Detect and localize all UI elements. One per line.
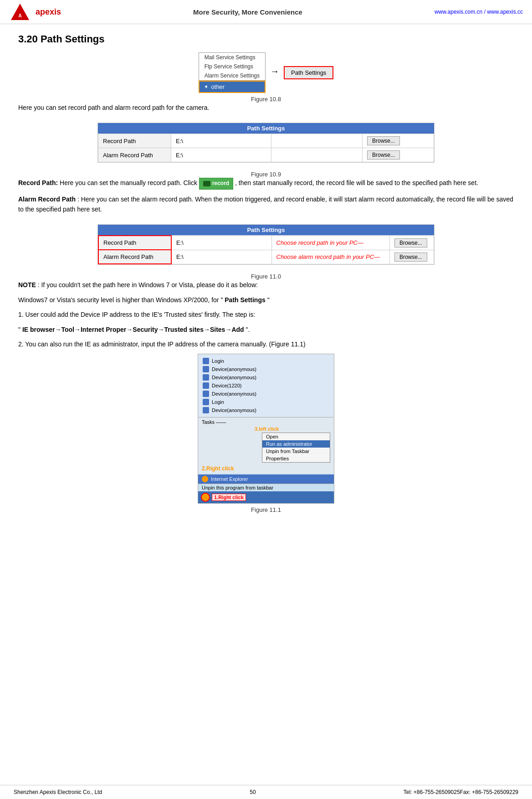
left-click-label: 3.left click [255, 426, 279, 432]
table-row: Record Path E:\ Choose record path in yo… [98, 236, 434, 250]
browse-btn-cell-2: Browse... [389, 250, 434, 264]
browse-btn-cell-1: Browse... [389, 236, 434, 250]
record-path-empty [271, 134, 363, 148]
note-line-3: 1. User could add the Device IP address … [18, 309, 514, 320]
figure11-app-icon [203, 407, 209, 413]
context-right: 3.left click Open Run as administrator U… [253, 426, 330, 464]
table-row: Record Path E:\ Browse... [98, 134, 434, 148]
menu-item-alarm: Alarm Service Settings [199, 71, 265, 80]
figure11-item-1220: Device(1220) [203, 381, 329, 390]
alarm-record-path-value: E:\ [171, 148, 271, 162]
figure11-item-anon-2: Device(anonymous) [203, 373, 329, 381]
figure11-item-login-2: Login [203, 398, 329, 406]
right-click-label: 2.Right click [202, 465, 234, 472]
browse-btn-record-11-0[interactable]: Browse... [394, 238, 427, 247]
arrow-right-icon: → [270, 66, 279, 77]
figure11-item-anon-3: Device(anonymous) [203, 390, 329, 398]
browse-btn-alarm-11-0[interactable]: Browse... [394, 253, 427, 262]
footer-page: 50 [102, 789, 404, 795]
record-path-bold-label: Record Path: [18, 180, 58, 187]
apexis-logo: A [9, 3, 31, 21]
path-table-10-9: Path Settings Record Path E:\ Browse... … [97, 123, 435, 163]
company-name-logo: apexis [36, 7, 61, 17]
figure11-app-icon [203, 358, 209, 364]
path-table-title-11-0: Path Settings [98, 225, 434, 235]
record-path-para: Record Path: Here you can set the manual… [18, 178, 514, 189]
figure-10-9-wrap: Path Settings Record Path E:\ Browse... … [18, 117, 514, 178]
menu-item-mail: Mail Service Settings [199, 53, 265, 62]
link-cc[interactable]: www.apexis.cc [487, 9, 523, 15]
figure11-app-icon [203, 391, 209, 397]
alarm-record-path-browse-btn[interactable]: Browse... [367, 150, 400, 160]
table-row: Alarm Record Path E:\ Browse... [98, 148, 434, 162]
note-path-settings-bold: Path Settings [225, 296, 265, 304]
path-settings-table-10-9: Record Path E:\ Browse... Alarm Record P… [98, 134, 434, 162]
alarm-record-path-empty [271, 148, 363, 162]
note-line-4: " IE browser→Tool→Internet Proper→Securi… [18, 325, 514, 335]
figure-11-0-caption: Figure 11.0 [251, 273, 281, 280]
menu-item-ftp: Ftp Service Settings [199, 62, 265, 71]
record-path-value-11-0: E:\ [171, 236, 271, 250]
figure-11-1-img: Login Device(anonymous) Device(anonymous… [198, 354, 334, 504]
header-links: www.apexis.com.cn / www.apexis.cc [435, 9, 523, 15]
record-button[interactable]: record [199, 178, 233, 189]
bottom-bar: 1.Right click [198, 491, 334, 503]
figure-10-8-wrap: Mail Service Settings Ftp Service Settin… [18, 52, 514, 103]
footer: Shenzhen Apexis Electronic Co., Ltd 50 T… [0, 785, 532, 799]
figure11-item-anon-1: Device(anonymous) [203, 365, 329, 373]
note-line-1: NOTE : If you couldn't set the path here… [18, 280, 514, 290]
note-text: : If you couldn't set the path here in W… [38, 281, 258, 289]
link-cn[interactable]: www.apexis.com.cn [435, 9, 482, 15]
figure-11-1-caption: Figure 11.1 [251, 506, 281, 513]
dropdown-menu: Mail Service Settings Ftp Service Settin… [199, 52, 266, 81]
alarm-record-path-label: Alarm Record Path [98, 148, 171, 162]
note-line4-quote: " [18, 326, 20, 333]
alarm-record-para: Alarm Record Path : Here you can set the… [18, 194, 514, 215]
context-menu: Open Run as administrator Unpin from Tas… [262, 433, 330, 463]
figure-10-8-mockup: Mail Service Settings Ftp Service Settin… [199, 52, 334, 93]
figure-11-1-wrap: Login Device(anonymous) Device(anonymous… [18, 354, 514, 513]
dropdown-selected-other[interactable]: ▼ other [199, 81, 266, 93]
ie-browser-path-bold: IE browser→Tool→Internet Proper→Security… [22, 326, 244, 333]
alarm-record-path-value-11-0: E:\ [171, 250, 271, 264]
note-line2-start: Windows7 or Vista's security level is hi… [18, 296, 223, 304]
figure11-app-icon [203, 399, 209, 405]
header-tagline: More Security, More Convenience [61, 8, 435, 16]
context-run-admin: Run as administrator [262, 440, 330, 448]
figure11-item-label: Device(anonymous) [212, 407, 256, 413]
left-click-row: 3.left click [253, 426, 330, 432]
context-unpin: Unpin from Taskbar [262, 448, 330, 455]
note-line-2: Windows7 or Vista's security level is hi… [18, 295, 514, 305]
right-click-row: 2.Right click [202, 465, 330, 472]
figure11-app-icon [203, 382, 209, 389]
dropdown-area: Mail Service Settings Ftp Service Settin… [199, 52, 266, 93]
alarm-record-bold-label: Alarm Record Path [18, 196, 76, 203]
note-line-5: 2. You can also run the IE as administra… [18, 339, 514, 349]
record-path-label: Record Path [98, 134, 171, 148]
record-path-value: E:\ [171, 134, 271, 148]
alarm-record-path-browse-cell: Browse... [363, 148, 434, 162]
main-content: 3.20 Path Settings Mail Service Settings… [0, 24, 532, 550]
ie-bottom-icon [201, 493, 210, 502]
note-line4-end: ". [246, 326, 250, 333]
figure11-item-label: Device(1220) [212, 383, 241, 388]
record-path-label-11-0: Record Path [98, 236, 171, 250]
ie-icon [202, 476, 208, 482]
record-path-text1: Here you can set the manually record pat… [60, 180, 197, 187]
path-table-11-0: Path Settings Record Path E:\ Choose rec… [97, 224, 435, 265]
record-path-browse-btn[interactable]: Browse... [367, 136, 400, 145]
figure11-app-icon [203, 366, 209, 372]
figure-10-8-caption: Figure 10.8 [251, 96, 281, 103]
context-open: Open [262, 433, 330, 440]
note-bold: NOTE [18, 281, 36, 289]
alarm-record-text: : Here you can set the alarm record path… [18, 196, 513, 213]
table-row: Alarm Record Path E:\ Choose alarm recor… [98, 250, 434, 264]
figure11-taskbar-area: Login Device(anonymous) Device(anonymous… [198, 354, 334, 417]
bottom-right-click-label: 1.Right click [212, 494, 246, 501]
context-menu-area: 3.left click Open Run as administrator U… [202, 426, 330, 464]
dropdown-selected-label: other [211, 83, 225, 90]
figure11-app-icon [203, 374, 209, 381]
figure11-item-label: Login [212, 358, 224, 364]
footer-tel: Tel: +86-755-26509025 [404, 789, 460, 795]
choose-alarm-path-text: Choose alarm record path in your PC— [271, 250, 389, 264]
